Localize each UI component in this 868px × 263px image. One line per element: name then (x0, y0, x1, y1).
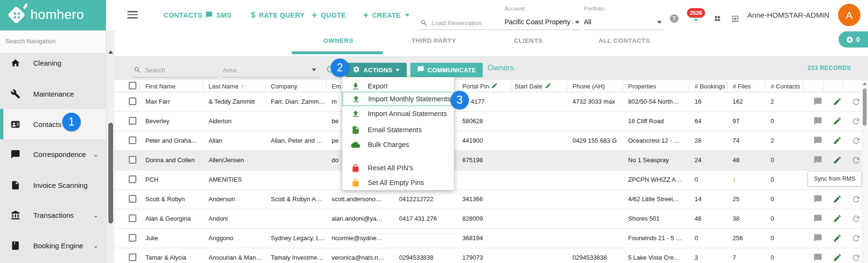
communicate-button[interactable]: COMMUNICATE (410, 63, 483, 77)
header-company[interactable]: Company (271, 80, 297, 92)
table-scrollbar[interactable] (861, 80, 868, 263)
table-row[interactable]: Tamar & AlyciaAnsourian & Man…Tamaly Inv… (114, 248, 868, 263)
table-row[interactable]: Scott & RobynAndersonScott & Robyn A…sco… (114, 190, 868, 209)
hamburger-menu-icon[interactable] (127, 11, 138, 19)
comment-bubble-icon[interactable] (813, 234, 823, 243)
edit-pencil-icon[interactable] (833, 253, 842, 263)
row-checkbox[interactable] (129, 175, 136, 183)
scrollbar-thumb[interactable] (108, 123, 113, 224)
menu-item-import-annual-statements[interactable]: Import Annual Statements (343, 107, 454, 120)
scroll-up-icon[interactable] (863, 82, 867, 85)
row-checkbox[interactable] (129, 156, 136, 164)
user-name[interactable]: Anne-HOMSTAR-ADMIN (747, 0, 830, 30)
comment-bubble-icon[interactable] (813, 97, 823, 107)
account-select[interactable]: Pacific Coast Property Ne (505, 18, 573, 26)
table-row[interactable]: Donna and CollenAllen/Jensendo875198No 1… (114, 151, 868, 170)
header-files[interactable]: # Files (733, 80, 751, 92)
nav-contacts[interactable]: CONTACTS (163, 0, 202, 30)
table-row[interactable]: BeverleyAldertonbe58062818 Cliff Road649… (114, 112, 868, 131)
edit-pencil-icon[interactable] (833, 156, 842, 165)
row-checkbox[interactable] (129, 253, 136, 261)
portfolio-select[interactable]: All (584, 18, 650, 26)
header-email[interactable]: Em (332, 80, 341, 92)
comment-bubble-icon[interactable] (813, 214, 823, 224)
comment-bubble-icon[interactable] (813, 136, 823, 146)
tab-third-party[interactable]: THIRD PARTY (411, 37, 456, 44)
nav-rate-query[interactable]: $ RATE QUERY (251, 0, 305, 30)
edit-pencil-icon[interactable] (833, 214, 842, 224)
actions-button[interactable]: ACTIONS (345, 63, 407, 77)
sidebar-item-invoice-scanning[interactable]: Invoice Scanning (0, 170, 106, 200)
tab-owners[interactable]: OWNERS (323, 37, 353, 44)
edit-pencil-icon[interactable] (833, 117, 842, 126)
select-all-checkbox[interactable] (129, 82, 136, 89)
menu-item-set-all-empty-pins[interactable]: Set All Empty Pins (343, 176, 454, 189)
header-bookings[interactable]: # Bookings (695, 80, 725, 92)
avatar[interactable]: A (838, 4, 860, 26)
search-input[interactable]: Search (145, 67, 165, 74)
scrollbar-thumb[interactable] (863, 88, 867, 126)
table-row[interactable]: Peter and Graha…AllanAllan, Peter and …p… (114, 131, 868, 151)
table-row[interactable]: JulieAnggonoSydney Legacy, L…ncormie@syd… (114, 229, 868, 248)
header-portal-pin[interactable]: Portal Pin (462, 80, 498, 92)
tab-all-contacts[interactable]: ALL CONTACTS (599, 37, 650, 44)
apps-grid-icon[interactable] (714, 15, 721, 24)
header-properties[interactable]: Properties (628, 80, 656, 92)
comment-bubble-icon[interactable] (813, 253, 823, 263)
sidebar-item-correspondence[interactable]: Correspondence⌄ (0, 139, 106, 169)
sidebar-item-cleaning[interactable]: Cleaning (0, 48, 106, 78)
menu-item-email-statements[interactable]: Email Statements (343, 123, 454, 136)
selection-count-badge[interactable]: 0 (839, 31, 868, 48)
chevron-down-icon[interactable] (657, 21, 662, 24)
header-contacts[interactable]: # Contacts (771, 80, 800, 92)
edit-pencil-icon[interactable] (833, 97, 842, 107)
comment-bubble-icon[interactable] (813, 195, 823, 204)
brand-logo[interactable]: homhero (0, 0, 106, 30)
table-row[interactable]: Max Farr& Teddy ZammittFarr, Dian; Zamm…… (114, 92, 868, 112)
sidebar-item-maintenance[interactable]: Maintenance (0, 78, 106, 109)
menu-item-reset-all-pin-s[interactable]: Reset All PIN's (343, 161, 454, 175)
help-icon[interactable]: ? (670, 14, 678, 23)
menu-item-bulk-charges[interactable]: Bulk Charges (343, 138, 454, 151)
edit-pencil-icon[interactable] (833, 195, 842, 204)
area-select[interactable]: Area (223, 67, 237, 74)
row-checkbox[interactable] (129, 214, 136, 222)
chevron-down-icon[interactable] (575, 21, 580, 24)
sync-from-rms-icon[interactable] (851, 214, 861, 224)
sync-from-rms-icon[interactable] (851, 136, 861, 146)
logout-icon[interactable] (731, 15, 739, 25)
row-checkbox[interactable] (129, 136, 136, 144)
header-first-name[interactable]: First Name (145, 80, 176, 92)
sync-from-rms-icon[interactable] (851, 156, 861, 165)
nav-create[interactable]: + CREATE (363, 0, 410, 30)
sidebar-item-transactions[interactable]: Transactions⌄ (0, 200, 106, 230)
sync-from-rms-icon[interactable] (851, 117, 861, 126)
sidebar-scrollbar[interactable] (106, 30, 114, 263)
menu-item-import-monthly-statements[interactable]: Import Monthly Statements (343, 92, 454, 106)
table-row[interactable]: PCHAMENITIESZPCPN WHIZZ A…010 (114, 170, 868, 190)
scroll-up-icon[interactable] (108, 50, 113, 54)
header-phone-ah[interactable]: Phone (AH) (572, 80, 605, 92)
edit-pencil-icon[interactable] (833, 234, 842, 243)
row-checkbox[interactable] (129, 195, 136, 203)
tab-clients[interactable]: CLIENTS (514, 37, 543, 44)
sidebar-item-contacts[interactable]: Contacts (0, 109, 106, 139)
sidebar-item-booking-engine[interactable]: Booking Engine⌄ (0, 230, 106, 261)
table-row[interactable]: Alan & GeorginaAndonialan.andoni@ya…0417… (114, 209, 868, 229)
edit-pencil-icon[interactable] (833, 136, 842, 146)
sync-from-rms-icon[interactable] (851, 234, 861, 243)
nav-quote[interactable]: + QUOTE (312, 0, 346, 30)
sync-from-rms-icon[interactable] (851, 97, 861, 107)
chevron-down-icon[interactable] (312, 68, 316, 71)
header-start-date[interactable]: Start Date (515, 80, 552, 92)
sync-from-rms-icon[interactable] (851, 253, 861, 263)
notification-badge[interactable]: 2526 (687, 8, 705, 18)
menu-item-export[interactable]: Export (343, 79, 454, 93)
row-checkbox[interactable] (129, 117, 136, 125)
header-last-name[interactable]: Last Name↑ (209, 80, 244, 92)
row-checkbox[interactable] (129, 97, 136, 105)
load-reservation-input[interactable]: Load Reservation (420, 17, 506, 30)
sync-from-rms-icon[interactable] (851, 195, 861, 204)
comment-bubble-icon[interactable] (813, 117, 823, 126)
row-checkbox[interactable] (129, 234, 136, 242)
